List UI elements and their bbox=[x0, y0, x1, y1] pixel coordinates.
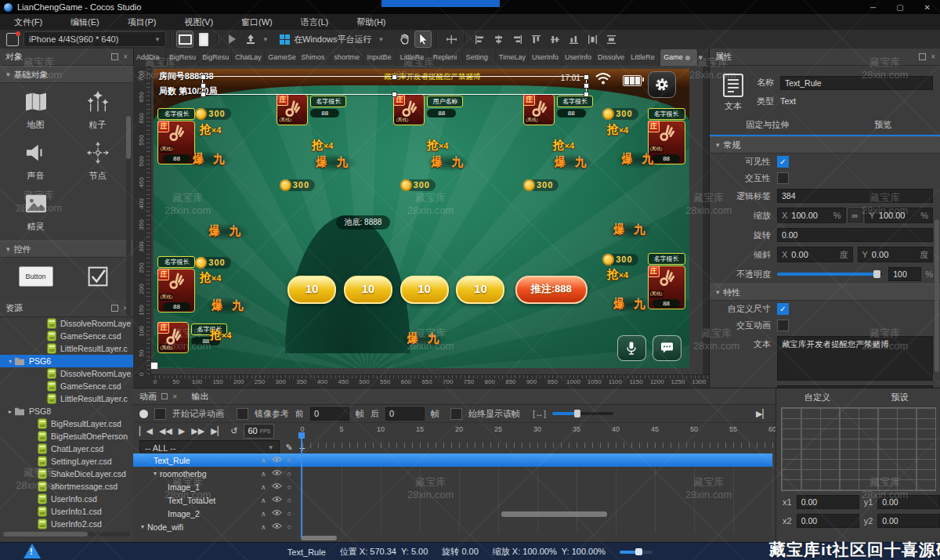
record-icon[interactable] bbox=[139, 410, 148, 418]
menu-item[interactable]: 帮助(H) bbox=[342, 16, 400, 28]
file-item-shortmessage.csd[interactable]: csdshortmessage.csd bbox=[0, 480, 133, 493]
editor-tab[interactable]: shortme bbox=[331, 49, 363, 66]
file-item-UserInfo1.csd[interactable]: csdUserInfo1.csd bbox=[0, 505, 133, 518]
editor-tab[interactable]: LittleRe bbox=[397, 49, 430, 66]
warning-icon[interactable] bbox=[24, 544, 41, 558]
expander-icon[interactable]: ▾ bbox=[141, 523, 144, 530]
move-up-icon[interactable]: ∧ bbox=[261, 523, 266, 531]
editor-tab[interactable]: Dissolve bbox=[595, 49, 627, 66]
publish-button[interactable] bbox=[243, 31, 258, 47]
eye-icon[interactable] bbox=[272, 509, 282, 518]
float-panel-icon[interactable] bbox=[919, 53, 926, 60]
align-middle-icon[interactable] bbox=[547, 31, 562, 47]
editor-tab[interactable]: UserInfo bbox=[529, 49, 562, 66]
close-button[interactable]: ✕ bbox=[924, 3, 931, 12]
editor-tab[interactable]: Setting bbox=[463, 49, 496, 66]
play-button[interactable] bbox=[224, 31, 240, 47]
canvas-origin-handle[interactable] bbox=[150, 362, 158, 370]
section-general[interactable]: 常规 bbox=[724, 139, 741, 151]
eye-icon[interactable] bbox=[272, 482, 282, 491]
first-frame-button[interactable]: ▏◀ bbox=[139, 426, 153, 436]
canvas-vscrollbar[interactable] bbox=[703, 66, 709, 374]
move-up-icon[interactable]: ∧ bbox=[261, 483, 266, 491]
tab-custom-curve[interactable]: 自定义 bbox=[776, 392, 859, 403]
timeline-track-Text_Rule[interactable]: Text_Rule∧○ bbox=[133, 453, 299, 467]
x1-input[interactable] bbox=[797, 495, 859, 509]
publish-dropdown-icon[interactable]: ▼ bbox=[262, 36, 269, 43]
selection-handle[interactable] bbox=[201, 92, 206, 97]
timeline-track-Image_1[interactable]: Image_1∧○ bbox=[133, 480, 299, 493]
file-item-GameSence.csd[interactable]: csdGameSence.csd bbox=[0, 330, 133, 342]
frame-ruler[interactable] bbox=[302, 437, 776, 448]
playhead-marker[interactable] bbox=[298, 432, 305, 439]
timeline-track-Image_2[interactable]: Image_2∧○ bbox=[133, 507, 299, 520]
fps-box[interactable]: 60FPS bbox=[244, 424, 274, 439]
player-card[interactable]: 庄(离线)用户名称88 bbox=[393, 94, 463, 127]
selection-handle[interactable] bbox=[584, 74, 589, 80]
bet-button[interactable]: 10 bbox=[344, 276, 392, 304]
keyframe-circle-icon[interactable]: ○ bbox=[287, 470, 291, 478]
hand-tool-button[interactable] bbox=[396, 31, 412, 47]
move-up-icon[interactable]: ∧ bbox=[261, 457, 266, 464]
device-select[interactable]: iPhone 4/4S(960 * 640) ▼ bbox=[24, 31, 166, 47]
distribute-v-icon[interactable] bbox=[603, 31, 619, 47]
selection-handle[interactable] bbox=[392, 92, 397, 97]
object-item-粒子[interactable]: 粒子 bbox=[67, 89, 128, 131]
game-scene-preview[interactable]: 房间号888888 局数 第10/20局 藏宝库开发者提醒您严禁赌博 17:01… bbox=[154, 69, 689, 368]
skew-x-field[interactable]: X0.00度 bbox=[777, 247, 853, 262]
settings-button[interactable] bbox=[648, 71, 676, 98]
bet-button[interactable]: 10 bbox=[287, 276, 336, 304]
timeline-track-Node_wifi[interactable]: ▾Node_wifi∧○ bbox=[133, 520, 299, 533]
editor-tab[interactable]: AddDia bbox=[133, 49, 166, 66]
file-item-GameSence.csd[interactable]: csdGameSence.csd bbox=[0, 380, 133, 392]
landscape-button[interactable] bbox=[177, 31, 193, 47]
editor-tab[interactable]: BigResu bbox=[199, 49, 232, 66]
next-frame-button[interactable]: ▶▶ bbox=[191, 426, 204, 436]
properties-scrollbar[interactable] bbox=[935, 219, 939, 372]
eye-icon[interactable] bbox=[272, 522, 282, 531]
tab-overflow-icon[interactable]: ▾ bbox=[698, 49, 709, 66]
editor-tab-active[interactable]: Game bbox=[660, 49, 698, 66]
keyframe-circle-icon[interactable]: ○ bbox=[287, 483, 291, 491]
player-card[interactable]: 名字很长庄(离线)88 bbox=[648, 253, 685, 309]
player-card[interactable]: 庄(离线)名字很长88 bbox=[523, 94, 593, 127]
eye-icon[interactable] bbox=[272, 456, 282, 464]
rotation-input[interactable] bbox=[777, 228, 933, 242]
visibility-checkbox[interactable]: ✓ bbox=[777, 156, 789, 168]
editor-tab[interactable]: Shimos bbox=[298, 49, 331, 66]
portrait-button[interactable] bbox=[196, 31, 212, 47]
menu-item[interactable]: 项目(P) bbox=[114, 16, 171, 28]
selection-handle[interactable] bbox=[392, 74, 397, 80]
y1-input[interactable] bbox=[877, 495, 940, 509]
file-item-LittleResultLayer.c[interactable]: csdLittleResultLayer.c bbox=[0, 342, 133, 355]
bet-button[interactable]: 10 bbox=[400, 276, 449, 304]
expander-icon[interactable]: ▾ bbox=[6, 358, 14, 365]
align-right-icon[interactable] bbox=[509, 31, 525, 47]
track-hscrollbar[interactable] bbox=[301, 536, 337, 540]
selection-handle[interactable] bbox=[201, 83, 206, 89]
scale-y-field[interactable]: Y100.00% bbox=[865, 208, 934, 223]
before-frames-input[interactable]: 0 bbox=[310, 407, 349, 421]
menu-item[interactable]: 语言(L) bbox=[287, 16, 342, 28]
editor-tab[interactable]: LittleRe bbox=[627, 49, 660, 66]
objects-scrollbar[interactable] bbox=[126, 116, 131, 320]
float-panel-icon[interactable] bbox=[111, 53, 118, 60]
file-item-BigResultLayer.csd[interactable]: csdBigResultLayer.csd bbox=[0, 417, 133, 430]
keyframe-circle-icon[interactable]: ○ bbox=[287, 510, 291, 518]
editor-tab[interactable]: TimeLay bbox=[496, 49, 529, 66]
scale-tool-icon[interactable] bbox=[443, 31, 459, 47]
file-item-DissolveRoomLaye[interactable]: csdDissolveRoomLaye bbox=[0, 317, 133, 330]
menu-item[interactable]: 编辑(E) bbox=[56, 16, 114, 28]
selection-handle[interactable] bbox=[201, 74, 206, 80]
prev-frame-button[interactable]: ◀◀ bbox=[159, 426, 172, 436]
eye-icon[interactable] bbox=[272, 469, 282, 478]
float-panel-icon[interactable] bbox=[161, 393, 168, 399]
x2-input[interactable] bbox=[797, 514, 859, 528]
play-anim-button[interactable]: ▶ bbox=[179, 426, 185, 436]
selection-handle[interactable] bbox=[584, 92, 589, 97]
align-left-icon[interactable] bbox=[472, 31, 487, 47]
tab-output[interactable]: 输出 bbox=[191, 391, 208, 403]
bet-button[interactable]: 10 bbox=[456, 276, 504, 304]
name-input[interactable] bbox=[780, 76, 933, 90]
interact-anim-checkbox[interactable] bbox=[777, 320, 789, 331]
